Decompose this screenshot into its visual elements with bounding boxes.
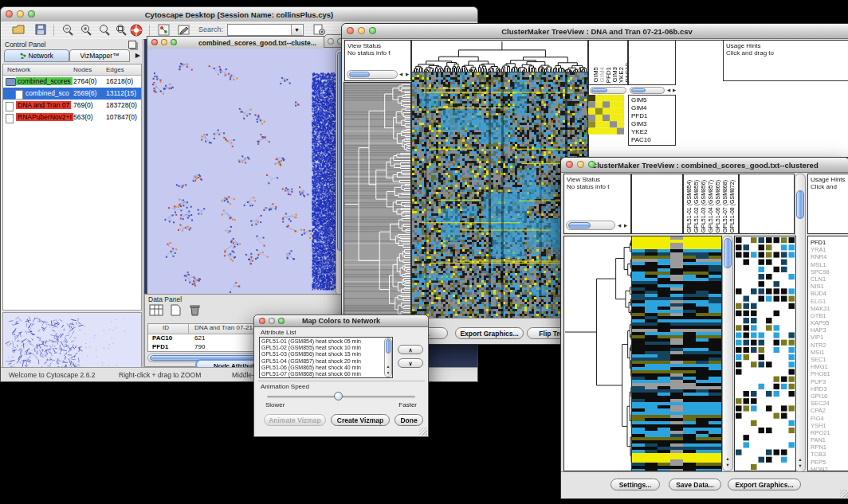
tv2-gene-item[interactable]: MAK31	[808, 305, 848, 312]
attribute-option[interactable]: GPL51-02 (GSM855) heat shock 10 min	[260, 345, 392, 351]
tv1-button-export-graphics-[interactable]: Export Graphics...	[455, 327, 524, 339]
tv2-button-save-data-[interactable]: Save Data...	[669, 479, 721, 490]
tv2-gene-item[interactable]: FIG4	[808, 415, 848, 422]
attr-col-id[interactable]: ID	[163, 324, 169, 331]
tv2-scroll-right-icon[interactable]: ▶	[622, 223, 629, 229]
col-edges[interactable]: Edges	[106, 66, 124, 73]
treeview2-titlebar[interactable]: ClusterMaker TreeView : combined_scores_…	[561, 158, 848, 173]
network-row[interactable]: combined_sco2569(6)13112(15)	[3, 88, 141, 100]
attr-scroll-up-icon[interactable]: ▲	[385, 364, 391, 369]
network-row[interactable]: RNAPuberNov2+I563(0)107847(0)	[3, 111, 141, 123]
tv2-button-export-graphics-[interactable]: Export Graphics...	[728, 479, 801, 490]
tv2-gene-item[interactable]: PFD1	[808, 239, 848, 246]
tv1-list-hscrollbar[interactable]	[630, 87, 665, 94]
speed-slider-thumb[interactable]	[334, 392, 343, 400]
zoom-selected-icon[interactable]	[96, 24, 112, 37]
tv1-gene-item[interactable]: PAC10	[629, 136, 675, 144]
tv2-gene-item[interactable]: PAN1	[808, 436, 848, 443]
save-icon[interactable]	[33, 24, 49, 37]
col-nodes[interactable]: Nodes	[73, 66, 92, 73]
tv2-heat-scroll-up-icon[interactable]: ▲	[724, 456, 731, 462]
tv2-zoom-vscrollbar[interactable]: ▲ ▼	[795, 174, 806, 472]
tv2-gene-item[interactable]: MSL1	[808, 261, 848, 268]
tv1-gene-item[interactable]: GIM3	[629, 120, 675, 128]
tv2-close-button[interactable]	[566, 161, 573, 168]
tv2-gene-item[interactable]: SEC1	[808, 356, 848, 363]
tv2-gene-item[interactable]: NTR2	[808, 342, 848, 349]
network-close-button[interactable]	[151, 39, 158, 45]
tv2-gene-item[interactable]: ELG1	[808, 298, 848, 305]
table-mode-icon[interactable]	[148, 304, 164, 318]
tv2-gene-item[interactable]: GPI16	[808, 393, 848, 400]
move-down-button[interactable]: ∨	[398, 358, 423, 368]
tv2-gene-item[interactable]: HAP3	[808, 326, 848, 334]
zoom-button[interactable]	[28, 10, 35, 18]
tv2-gene-item[interactable]: RNR4	[808, 253, 848, 260]
tv2-row-dendrogram[interactable]	[563, 236, 633, 471]
tab-vizmapper[interactable]: VizMapper™	[69, 49, 130, 62]
tv1-row-dendrogram[interactable]	[344, 82, 411, 319]
done-button[interactable]: Done	[395, 414, 423, 426]
tv1-mini-hscrollbar[interactable]	[590, 87, 626, 94]
tv2-gene-item[interactable]: PEP5	[808, 459, 848, 466]
help-ring-icon[interactable]	[128, 24, 144, 37]
attribute-list-scrollbar[interactable]: ▲ ▼	[384, 338, 392, 377]
tv2-gene-item[interactable]: NIS1	[808, 283, 848, 290]
treeview1-titlebar[interactable]: ClusterMaker TreeView : DNA and Tran 07-…	[342, 24, 848, 39]
tv2-gene-item[interactable]: VIP1	[808, 334, 848, 341]
tv2-gene-item[interactable]: CLN1	[808, 275, 848, 283]
dialog-zoom-button[interactable]	[278, 318, 285, 324]
network-zoom-button[interactable]	[171, 39, 177, 45]
tv2-heat-scroll-down-icon[interactable]: ▼	[724, 463, 731, 468]
tv1-column-dendrogram[interactable]	[411, 40, 588, 73]
inactive-close-button[interactable]	[328, 38, 334, 45]
tab-network[interactable]: Network	[4, 49, 69, 62]
tv1-gene-item[interactable]: GIM5	[629, 96, 675, 104]
tv2-heatmap[interactable]	[631, 236, 722, 471]
tv2-gene-item[interactable]: HRD3	[808, 385, 848, 393]
network-row[interactable]: DNA and Tran 07769(0)183728(0)	[3, 100, 141, 111]
network-view-canvas[interactable]	[147, 49, 345, 296]
tv2-minimize-button[interactable]	[577, 161, 584, 168]
tv1-scroll-right-icon[interactable]: ▶	[404, 72, 410, 77]
tab-overflow-icon[interactable]: ▶	[135, 52, 140, 59]
dialog-titlebar[interactable]: Map Colors to Network	[254, 315, 428, 327]
col-network[interactable]: Network	[7, 66, 30, 73]
tv2-gene-item[interactable]: TCB3	[808, 451, 848, 458]
tv1-list-scroll-right-icon[interactable]: ▶	[671, 88, 677, 93]
zoom-fit-icon[interactable]	[113, 24, 129, 37]
tv2-gene-item[interactable]: SPC98	[808, 268, 848, 275]
tv1-gene-item[interactable]: YKE2	[629, 128, 675, 136]
delete-attribute-icon[interactable]	[186, 304, 202, 318]
tv1-status-hscrollbar[interactable]	[347, 70, 398, 79]
attribute-list[interactable]: GPL51-01 (GSM854) heat shock 05 minGPL51…	[259, 337, 393, 378]
tv2-gene-item[interactable]: YRA1	[808, 246, 848, 253]
main-titlebar[interactable]: Cytoscape Desktop (Session Name: collins…	[1, 7, 477, 22]
tv1-gene-item[interactable]: PFD1	[629, 112, 675, 120]
dialog-resize-grip[interactable]	[419, 428, 427, 436]
tv2-gene-item[interactable]: YSH1	[808, 422, 848, 429]
tv2-gene-item[interactable]: GTB1	[808, 312, 848, 319]
close-button[interactable]	[6, 10, 13, 18]
tv1-minimize-button[interactable]	[358, 27, 365, 34]
attribute-option[interactable]: GPL51-07 (GSM868) heat shock 60 min	[260, 371, 392, 377]
tv2-gene-item[interactable]: PHO81	[808, 370, 848, 377]
create-vizmap-button[interactable]: Create Vizmap	[331, 414, 390, 426]
search-dropdown-icon[interactable]: ▼	[291, 25, 302, 35]
tv1-zoom-button[interactable]	[369, 27, 376, 34]
tv2-button-settings-[interactable]: Settings...	[610, 479, 660, 490]
tv1-gene-item[interactable]: GIM4	[629, 104, 675, 112]
zoom-out-icon[interactable]	[60, 24, 76, 37]
float-panel-icon[interactable]	[128, 41, 136, 49]
network-minimize-button[interactable]	[161, 39, 167, 45]
tv2-gene-item[interactable]: HMG1	[808, 363, 848, 370]
tv2-status-hscrollbar[interactable]	[566, 221, 615, 230]
tv1-close-button[interactable]	[347, 27, 354, 34]
new-attribute-icon[interactable]	[167, 304, 183, 318]
zoom-in-icon[interactable]	[78, 24, 94, 37]
tv1-scroll-left-icon[interactable]: ◀	[398, 72, 404, 77]
attribute-option[interactable]: GPL51-03 (GSM856) heat shock 15 min	[260, 351, 392, 357]
animate-vizmap-button[interactable]: Animate Vizmap	[264, 414, 326, 426]
tv2-scroll-left-icon[interactable]: ◀	[616, 223, 622, 229]
tv2-gene-item[interactable]: RPN1	[808, 443, 848, 451]
